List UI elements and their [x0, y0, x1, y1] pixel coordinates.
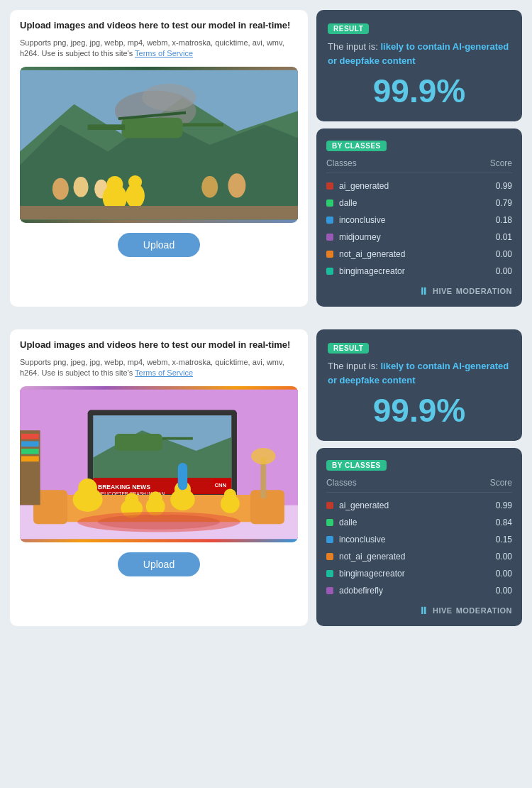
class-row: bingimagecreator 0.00 [326, 565, 512, 582]
result-text-1: The input is: likely to contain AI-gener… [328, 40, 511, 67]
hive-brand-1: ⏸ HIVE MODERATION [326, 285, 512, 297]
class-row-left: bingimagecreator [326, 569, 405, 579]
class-dot [326, 587, 333, 594]
class-row: ai_generated 0.99 [326, 497, 512, 514]
class-score: 0.99 [496, 181, 512, 191]
classes-rows-2: ai_generated 0.99 dalle 0.84 inconclusiv… [326, 497, 512, 599]
upload-title-2: Upload images and videos here to test ou… [20, 339, 298, 350]
class-name: inconclusive [339, 215, 385, 225]
result-box-2: RESULT The input is: likely to contain A… [316, 329, 522, 441]
class-row: adobefirefly 0.00 [326, 582, 512, 599]
svg-point-43 [125, 493, 138, 506]
svg-rect-18 [20, 206, 298, 219]
score-col-header-2: Score [490, 478, 512, 488]
svg-point-12 [201, 176, 218, 198]
result-percent-2: 99.9% [328, 391, 511, 429]
svg-point-15 [128, 175, 142, 189]
image-svg-1 [20, 67, 298, 223]
hive-label-1: HIVE [433, 287, 453, 295]
class-row-left: dalle [326, 198, 357, 208]
classes-box-1: BY CLASSES Classes Score ai_generated 0.… [316, 128, 522, 307]
svg-rect-26 [162, 437, 193, 440]
image-svg-2: BREAKING NEWS HELICOPTER CRASH IN IRAN C… [20, 386, 298, 542]
class-score: 0.00 [496, 266, 512, 276]
svg-point-36 [78, 478, 97, 498]
class-row-left: not_ai_generated [326, 552, 405, 562]
class-row: inconclusive 0.18 [326, 212, 512, 229]
left-panel-1: Upload images and videos here to test ou… [10, 10, 308, 307]
class-score: 0.00 [496, 552, 512, 562]
class-dot [326, 570, 333, 577]
upload-desc-2: Supports png, jpeg, jpg, webp, mp4, webm… [20, 357, 298, 379]
class-score: 0.79 [496, 198, 512, 208]
classes-rows-1: ai_generated 0.99 dalle 0.79 inconclusiv… [326, 177, 512, 280]
class-name: adobefirefly [339, 586, 383, 596]
result-prefix-1: The input is: [328, 41, 378, 52]
upload-button-1[interactable]: Upload [118, 233, 200, 257]
class-name: ai_generated [339, 500, 389, 510]
tos-link-1[interactable]: Terms of Service [135, 49, 193, 58]
class-row: not_ai_generated 0.00 [326, 548, 512, 565]
classes-col-header-2: Classes [326, 478, 357, 488]
class-name: dalle [339, 198, 357, 208]
hive-icon-1: ⏸ [419, 285, 429, 297]
class-row: dalle 0.79 [326, 195, 512, 212]
svg-point-47 [251, 448, 275, 464]
classes-tag-2: BY CLASSES [326, 460, 387, 471]
classes-box-2: BY CLASSES Classes Score ai_generated 0.… [316, 448, 522, 626]
class-dot [326, 553, 333, 560]
hive-label-2: HIVE [433, 606, 453, 615]
uploaded-image-2: BREAKING NEWS HELICOPTER CRASH IN IRAN C… [20, 386, 298, 542]
upload-button-2[interactable]: Upload [118, 552, 200, 576]
svg-text:BREAKING NEWS: BREAKING NEWS [98, 483, 150, 491]
class-dot [326, 182, 333, 190]
tos-link-2[interactable]: Terms of Service [135, 368, 193, 377]
class-dot [326, 502, 333, 509]
class-dot [326, 251, 333, 258]
class-score: 0.01 [496, 232, 512, 242]
svg-point-54 [98, 515, 220, 530]
class-score: 0.84 [496, 518, 512, 527]
classes-header-2: Classes Score [326, 478, 512, 493]
classes-tag-1: BY CLASSES [326, 141, 387, 151]
class-score: 0.00 [496, 569, 512, 579]
hive-subtitle-2: MODERATION [456, 606, 512, 615]
svg-rect-25 [115, 434, 162, 451]
class-row-left: not_ai_generated [326, 249, 405, 259]
class-row-left: ai_generated [326, 181, 389, 191]
class-row: bingimagecreator 0.00 [326, 263, 512, 280]
hive-icon-2: ⏸ [419, 605, 429, 616]
class-row: dalle 0.84 [326, 514, 512, 531]
class-row-left: inconclusive [326, 535, 385, 545]
class-name: midjourney [339, 232, 381, 242]
svg-point-10 [74, 177, 89, 197]
hive-subtitle-1: MODERATION [456, 287, 512, 295]
result-text-2: The input is: likely to contain AI-gener… [328, 359, 511, 387]
svg-rect-51 [21, 449, 39, 454]
class-row-left: ai_generated [326, 500, 389, 510]
class-row-left: inconclusive [326, 215, 385, 225]
class-dot [326, 268, 333, 275]
svg-point-9 [52, 178, 69, 200]
svg-rect-52 [21, 456, 39, 461]
svg-rect-6 [182, 123, 223, 126]
section-2: Upload images and videos here to test ou… [0, 319, 532, 636]
svg-point-13 [228, 173, 246, 197]
upload-btn-wrap-2: Upload [20, 552, 298, 576]
class-score: 0.18 [496, 215, 512, 225]
classes-col-header-1: Classes [326, 158, 357, 168]
result-box-1: RESULT The input is: likely to contain A… [316, 10, 522, 121]
class-row: not_ai_generated 0.00 [326, 246, 512, 263]
upload-desc-1: Supports png, jpeg, jpg, webp, mp4, webm… [20, 38, 298, 60]
image-container-2: BREAKING NEWS HELICOPTER CRASH IN IRAN C… [20, 386, 298, 542]
class-score: 0.00 [496, 586, 512, 596]
section-1: Upload images and videos here to test ou… [0, 0, 532, 317]
result-tag-2: RESULT [328, 343, 369, 354]
svg-text:CNN: CNN [214, 481, 226, 488]
class-name: bingimagecreator [339, 569, 405, 579]
class-row: ai_generated 0.99 [326, 177, 512, 195]
class-row-left: bingimagecreator [326, 266, 405, 276]
class-name: dalle [339, 518, 357, 527]
class-name: inconclusive [339, 535, 385, 545]
svg-rect-49 [21, 434, 39, 439]
